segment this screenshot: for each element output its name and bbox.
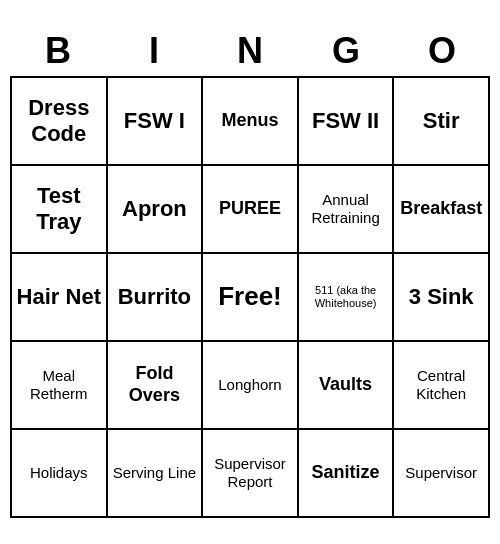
bingo-cell: Serving Line — [108, 430, 204, 518]
bingo-cell: Meal Retherm — [12, 342, 108, 430]
bingo-cell: FSW I — [108, 78, 204, 166]
bingo-cell: Menus — [203, 78, 299, 166]
bingo-cell: Sanitize — [299, 430, 395, 518]
bingo-cell: FSW II — [299, 78, 395, 166]
cell-text: Annual Retraining — [303, 191, 389, 227]
bingo-cell: Fold Overs — [108, 342, 204, 430]
bingo-cell: Supervisor Report — [203, 430, 299, 518]
bingo-cell: Vaults — [299, 342, 395, 430]
cell-text: Supervisor Report — [207, 455, 293, 491]
bingo-card: BINGO Dress CodeFSW IMenusFSW IIStirTest… — [10, 26, 490, 518]
bingo-cell: Test Tray — [12, 166, 108, 254]
header-letter: B — [10, 26, 106, 76]
cell-text: FSW II — [312, 108, 379, 134]
cell-text: PUREE — [219, 198, 281, 220]
bingo-grid: Dress CodeFSW IMenusFSW IIStirTest TrayA… — [10, 76, 490, 518]
cell-text: FSW I — [124, 108, 185, 134]
header-letter: I — [106, 26, 202, 76]
cell-text: 511 (aka the Whitehouse) — [303, 284, 389, 310]
cell-text: Longhorn — [218, 376, 281, 394]
bingo-cell: Supervisor — [394, 430, 490, 518]
cell-text: Meal Retherm — [16, 367, 102, 403]
cell-text: Serving Line — [113, 464, 196, 482]
bingo-cell: Free! — [203, 254, 299, 342]
cell-text: Free! — [218, 281, 282, 312]
cell-text: Stir — [423, 108, 460, 134]
cell-text: Test Tray — [16, 183, 102, 236]
bingo-cell: Central Kitchen — [394, 342, 490, 430]
cell-text: Vaults — [319, 374, 372, 396]
bingo-cell: Apron — [108, 166, 204, 254]
bingo-cell: 3 Sink — [394, 254, 490, 342]
cell-text: 3 Sink — [409, 284, 474, 310]
bingo-cell: Burrito — [108, 254, 204, 342]
bingo-header: BINGO — [10, 26, 490, 76]
cell-text: Hair Net — [17, 284, 101, 310]
bingo-cell: Holidays — [12, 430, 108, 518]
header-letter: N — [202, 26, 298, 76]
cell-text: Apron — [122, 196, 187, 222]
cell-text: Central Kitchen — [398, 367, 484, 403]
cell-text: Dress Code — [16, 95, 102, 148]
bingo-cell: Stir — [394, 78, 490, 166]
bingo-cell: 511 (aka the Whitehouse) — [299, 254, 395, 342]
cell-text: Fold Overs — [112, 363, 198, 406]
cell-text: Menus — [221, 110, 278, 132]
bingo-cell: Dress Code — [12, 78, 108, 166]
bingo-cell: Breakfast — [394, 166, 490, 254]
cell-text: Breakfast — [400, 198, 482, 220]
cell-text: Supervisor — [405, 464, 477, 482]
bingo-cell: Annual Retraining — [299, 166, 395, 254]
cell-text: Sanitize — [312, 462, 380, 484]
header-letter: O — [394, 26, 490, 76]
bingo-cell: Longhorn — [203, 342, 299, 430]
bingo-cell: PUREE — [203, 166, 299, 254]
bingo-cell: Hair Net — [12, 254, 108, 342]
cell-text: Holidays — [30, 464, 88, 482]
cell-text: Burrito — [118, 284, 191, 310]
header-letter: G — [298, 26, 394, 76]
